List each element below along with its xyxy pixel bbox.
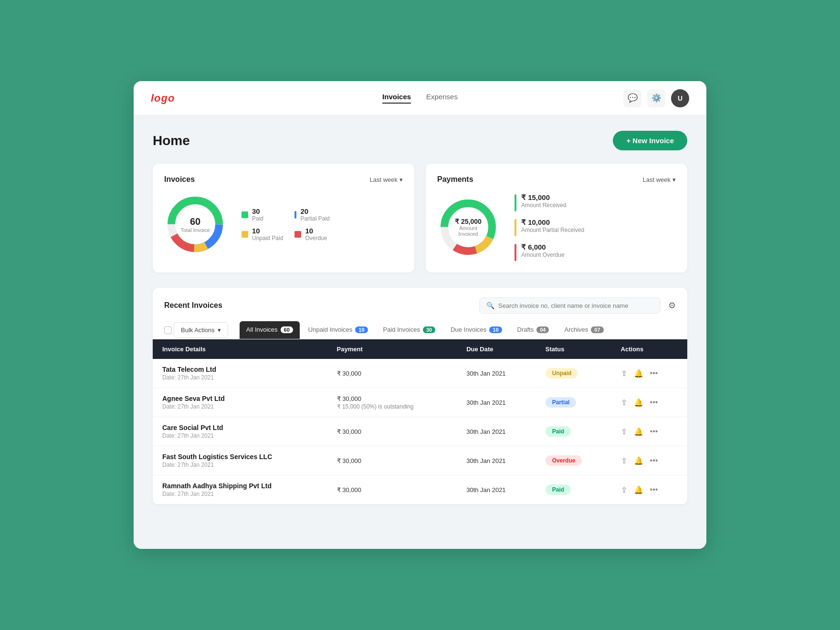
more-options-button[interactable]: ••• — [650, 485, 658, 494]
status-cell: Paid — [536, 475, 611, 504]
col-invoice-details: Invoice Details — [153, 339, 327, 359]
table-row: Ramnath Aadhya Shipping Pvt Ltd Date: 27… — [153, 475, 687, 504]
share-icon-button[interactable]: ⇪ — [621, 427, 627, 436]
bell-icon-button[interactable]: 🔔 — [634, 427, 643, 436]
more-options-button[interactable]: ••• — [650, 398, 658, 407]
action-icons: ⇪ 🔔 ••• — [621, 369, 678, 378]
payments-total: ₹ 25,000 — [453, 218, 484, 225]
invoice-date: Date: 27th Jan 2021 — [162, 403, 318, 410]
payment-note: ₹ 15,000 (50%) is outstanding — [337, 403, 448, 410]
invoices-legend: 30 Paid 20 Partial Paid — [242, 207, 336, 242]
partial-dot — [294, 211, 296, 219]
chat-icon-button[interactable]: 💬 — [623, 89, 641, 107]
invoice-name: Care Social Pvt Ltd — [162, 424, 318, 431]
invoices-card-header: Invoices Last week ▾ — [164, 175, 403, 184]
filter-button[interactable]: ⚙ — [668, 300, 676, 311]
invoices-card-body: 60 Total Invoice 30 Paid — [164, 193, 403, 255]
action-icons: ⇪ 🔔 ••• — [621, 398, 678, 407]
action-icons: ⇪ 🔔 ••• — [621, 456, 678, 465]
search-icon: 🔍 — [486, 302, 494, 309]
partial-bar — [514, 219, 516, 236]
more-options-button[interactable]: ••• — [650, 456, 658, 465]
invoice-table-body: Tata Telecom Ltd Date: 27th Jan 2021 ₹ 3… — [153, 359, 687, 504]
settings-icon-button[interactable]: ⚙️ — [647, 89, 665, 107]
main-content: Home + New Invoice Invoices Last week ▾ — [134, 116, 706, 520]
invoice-details-cell: Fast South Logistics Services LLC Date: … — [153, 446, 327, 475]
invoices-total: 60 — [180, 216, 210, 227]
table-row: Fast South Logistics Services LLC Date: … — [153, 446, 687, 475]
paid-dot — [242, 211, 248, 218]
payments-card-body: ₹ 25,000 Amount Invoiced ₹ 15,000 Amount… — [437, 193, 676, 261]
search-bar[interactable]: 🔍 — [479, 297, 661, 314]
tab-due-invoices[interactable]: Due Invoices 10 — [444, 321, 508, 339]
page-header: Home + New Invoice — [153, 131, 687, 150]
table-row: Agnee Seva Pvt Ltd Date: 27th Jan 2021 ₹… — [153, 388, 687, 417]
received-bar — [514, 194, 516, 211]
tab-expenses[interactable]: Expenses — [426, 93, 458, 104]
payment-cell: ₹ 30,000 ₹ 15,000 (50%) is outstanding — [327, 388, 457, 417]
invoice-date: Date: 27th Jan 2021 — [162, 432, 318, 439]
bulk-actions-button[interactable]: Bulk Actions ▾ — [174, 322, 228, 338]
chevron-down-icon: ▾ — [218, 326, 221, 334]
tab-paid-invoices[interactable]: Paid Invoices 30 — [377, 321, 442, 339]
invoices-period-select[interactable]: Last week ▾ — [369, 176, 403, 183]
invoices-donut-label: 60 Total Invoice — [180, 216, 210, 233]
search-input[interactable] — [498, 302, 653, 309]
invoice-details-cell: Ramnath Aadhya Shipping Pvt Ltd Date: 27… — [153, 475, 327, 504]
more-options-button[interactable]: ••• — [650, 369, 658, 378]
legend-partial: 20 Partial Paid — [294, 207, 336, 222]
share-icon-button[interactable]: ⇪ — [621, 456, 627, 465]
actions-cell: ⇪ 🔔 ••• — [611, 388, 687, 417]
invoices-card: Invoices Last week ▾ — [153, 164, 414, 273]
tab-drafts[interactable]: Drafts 04 — [511, 321, 556, 339]
due-date-cell: 30th Jan 2021 — [457, 417, 536, 446]
tab-invoices[interactable]: Invoices — [382, 93, 411, 104]
app-container: logo Invoices Expenses 💬 ⚙️ U Home + New… — [134, 81, 706, 549]
status-badge: Unpaid — [546, 368, 578, 378]
bell-icon-button[interactable]: 🔔 — [634, 456, 643, 465]
share-icon-button[interactable]: ⇪ — [621, 485, 627, 494]
new-invoice-button[interactable]: + New Invoice — [613, 131, 687, 150]
payments-period-select[interactable]: Last week ▾ — [642, 176, 676, 183]
overdue-dot — [294, 231, 301, 238]
header-actions: 💬 ⚙️ U — [623, 89, 689, 107]
invoice-tabs-row: Bulk Actions ▾ All Invoices 60 Unpaid In… — [153, 321, 687, 339]
invoice-date: Date: 27th Jan 2021 — [162, 374, 318, 381]
due-date-cell: 30th Jan 2021 — [457, 359, 536, 388]
bell-icon-button[interactable]: 🔔 — [634, 369, 643, 378]
header: logo Invoices Expenses 💬 ⚙️ U — [134, 81, 706, 116]
status-cell: Partial — [536, 388, 611, 417]
payments-total-label: Amount Invoiced — [453, 225, 484, 237]
payment-amount: ₹ 30,000 — [337, 486, 448, 494]
share-icon-button[interactable]: ⇪ — [621, 398, 627, 407]
tab-archives[interactable]: Archives 07 — [557, 321, 610, 339]
invoice-date: Date: 27th Jan 2021 — [162, 491, 318, 497]
invoice-name: Ramnath Aadhya Shipping Pvt Ltd — [162, 482, 318, 490]
payment-amount: ₹ 30,000 — [337, 370, 448, 377]
invoice-name: Tata Telecom Ltd — [162, 366, 318, 373]
actions-cell: ⇪ 🔔 ••• — [611, 446, 687, 475]
avatar-button[interactable]: U — [671, 89, 689, 107]
payments-legend: ₹ 15,000 Amount Received ₹ 10,000 Amount… — [514, 193, 584, 261]
payment-partial: ₹ 10,000 Amount Partial Received — [514, 218, 584, 236]
bell-icon-button[interactable]: 🔔 — [634, 398, 643, 407]
bell-icon-button[interactable]: 🔔 — [634, 485, 643, 494]
status-badge: Partial — [546, 397, 577, 408]
status-badge: Overdue — [546, 455, 582, 466]
table-header: Invoice Details Payment Due Date Status … — [153, 339, 687, 359]
more-options-button[interactable]: ••• — [650, 427, 658, 436]
invoice-name: Fast South Logistics Services LLC — [162, 453, 318, 461]
legend-paid: 30 Paid — [242, 207, 283, 222]
tab-all-invoices[interactable]: All Invoices 60 — [240, 321, 300, 339]
actions-cell: ⇪ 🔔 ••• — [611, 475, 687, 504]
invoices-card-title: Invoices — [164, 175, 195, 184]
select-all-checkbox[interactable] — [164, 326, 172, 334]
payment-cell: ₹ 30,000 — [327, 417, 457, 446]
share-icon-button[interactable]: ⇪ — [621, 369, 627, 378]
col-due-date: Due Date — [457, 339, 536, 359]
tab-unpaid-invoices[interactable]: Unpaid Invoices 10 — [302, 321, 375, 339]
due-date-cell: 30th Jan 2021 — [457, 388, 536, 417]
invoice-details-cell: Care Social Pvt Ltd Date: 27th Jan 2021 — [153, 417, 327, 446]
col-actions: Actions — [611, 339, 687, 359]
invoice-table: Invoice Details Payment Due Date Status … — [153, 339, 687, 504]
